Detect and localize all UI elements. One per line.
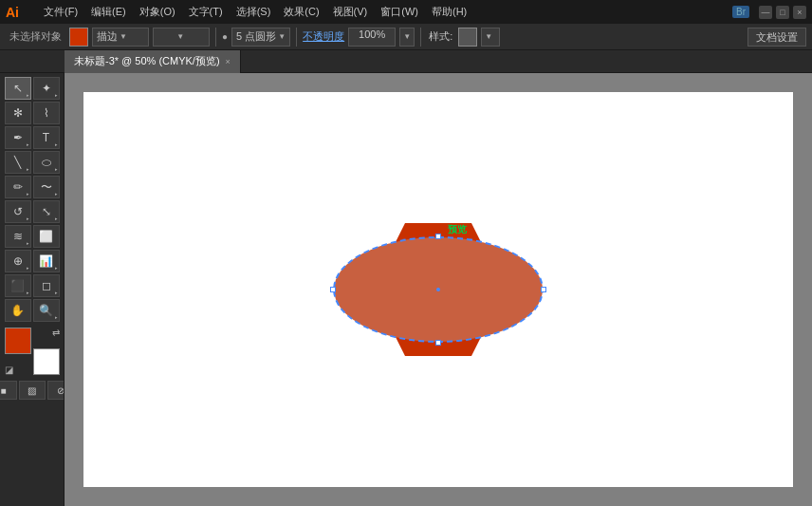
menu-edit[interactable]: 编辑(E) (85, 3, 132, 21)
shape-tool[interactable]: ⬭▸ (33, 151, 60, 174)
tool-row-2: ✻ ⌇ (5, 102, 60, 124)
window-controls: — □ × (759, 6, 806, 19)
stroke-dropdown[interactable]: 描边 ▼ (92, 28, 149, 47)
scale-tool[interactable]: ⤡▸ (33, 200, 60, 223)
reset-colors-icon[interactable]: ◪ (5, 365, 13, 375)
anchor-left (330, 287, 336, 292)
doc-settings-button[interactable]: 文档设置 (747, 28, 806, 47)
style-swatch[interactable] (458, 28, 477, 47)
tool-row-3: ✒▸ T▸ (5, 126, 60, 149)
minimize-button[interactable]: — (759, 6, 772, 19)
zoom-tool[interactable]: 🔍▸ (33, 299, 60, 322)
anchor-top (435, 234, 441, 239)
menu-window[interactable]: 窗口(W) (375, 3, 424, 21)
opacity-dropdown-arrow[interactable]: ▼ (399, 28, 415, 47)
direct-selection-tool[interactable]: ✦▸ (33, 77, 60, 100)
line-tool[interactable]: ╲▸ (5, 151, 31, 174)
tool-row-5: ✏▸ 〜▸ (5, 176, 60, 198)
opacity-input[interactable]: 100% (348, 28, 396, 47)
point-size-dropdown[interactable]: 5 点圆形 ▼ (231, 28, 290, 47)
menu-bar[interactable]: 文件(F) 编辑(E) 对象(O) 文字(T) 选择(S) 效果(C) 视图(V… (38, 3, 472, 21)
swap-colors-icon[interactable]: ⇄ (52, 328, 60, 338)
br-badge[interactable]: Br (732, 6, 749, 18)
paintbrush-tool[interactable]: ✏▸ (5, 176, 31, 198)
options-bar: 未选择对象 描边 ▼ ▼ ● 5 点圆形 ▼ 不透明度 100% ▼ 样式: ▼… (0, 24, 812, 50)
tab-close-button[interactable]: × (226, 57, 231, 66)
anchor-bottom (435, 340, 441, 346)
title-bar: Ai 文件(F) 编辑(E) 对象(O) 文字(T) 选择(S) 效果(C) 视… (0, 0, 812, 24)
magic-wand-tool[interactable]: ✻ (5, 102, 31, 124)
menu-text[interactable]: 文字(T) (183, 3, 229, 21)
tool-row-1: ↖▸ ✦▸ (5, 77, 60, 100)
bullet-icon: ● (222, 31, 228, 42)
brush-type-dropdown[interactable]: ▼ (153, 28, 210, 47)
none-button[interactable]: ⊘ (47, 381, 65, 400)
lasso-tool[interactable]: ⌇ (33, 102, 60, 124)
artwork-container: 预览 (329, 214, 547, 365)
separator-3 (420, 28, 421, 47)
canvas-area: 预览 (65, 73, 812, 506)
tool-row-6: ↺▸ ⤡▸ (5, 200, 60, 223)
tab-bar: 未标题-3* @ 50% (CMYK/预览) × (0, 50, 812, 73)
symbol-sprayer-tool[interactable]: ⊕▸ (5, 250, 31, 272)
solid-color-button[interactable]: ■ (0, 381, 17, 400)
separator-1 (215, 28, 216, 47)
fill-color-swatch[interactable] (69, 28, 88, 47)
artboard-tool[interactable]: ⬛▸ (5, 274, 31, 297)
status-label: 未选择对象 (6, 29, 65, 44)
menu-object[interactable]: 对象(O) (134, 3, 181, 21)
pen-tool[interactable]: ✒▸ (5, 126, 31, 149)
tab-title: 未标题-3* @ 50% (CMYK/预览) (74, 54, 220, 68)
menu-view[interactable]: 视图(V) (327, 3, 374, 21)
close-button[interactable]: × (793, 6, 806, 19)
document-tab[interactable]: 未标题-3* @ 50% (CMYK/预览) × (65, 50, 241, 73)
preview-label: 预览 (448, 223, 467, 236)
hand-tool[interactable]: ✋ (5, 299, 31, 322)
menu-file[interactable]: 文件(F) (38, 3, 83, 21)
color-swatch-area: ⇄ ◪ (5, 328, 60, 375)
tool-row-8: ⊕▸ 📊▸ (5, 250, 60, 272)
tool-row-4: ╲▸ ⬭▸ (5, 151, 60, 174)
center-point (436, 288, 440, 291)
app-logo: Ai (6, 5, 32, 20)
main-layout: ↖▸ ✦▸ ✻ ⌇ ✒▸ T▸ ╲▸ ⬭▸ ✏▸ 〜▸ ↺▸ ⤡▸ ≋▸ ⬜ ⊕… (0, 73, 812, 506)
menu-select[interactable]: 选择(S) (231, 3, 277, 21)
style-dropdown[interactable]: ▼ (481, 28, 500, 47)
gradient-button[interactable]: ▨ (19, 381, 46, 400)
foreground-color-swatch[interactable] (5, 328, 31, 354)
style-label: 样式: (427, 29, 454, 44)
column-graph-tool[interactable]: 📊▸ (33, 250, 60, 272)
menu-help[interactable]: 帮助(H) (426, 3, 472, 21)
maximize-button[interactable]: □ (776, 6, 789, 19)
free-transform-tool[interactable]: ⬜ (33, 225, 60, 248)
opacity-label[interactable]: 不透明度 (303, 29, 344, 44)
warp-tool[interactable]: ≋▸ (5, 225, 31, 248)
text-tool[interactable]: T▸ (33, 126, 60, 149)
shape-group: 预览 (329, 214, 547, 365)
tool-row-10: ✋ 🔍▸ (5, 299, 60, 322)
menu-effect[interactable]: 效果(C) (278, 3, 324, 21)
tool-row-7: ≋▸ ⬜ (5, 225, 60, 248)
separator-2 (296, 28, 297, 47)
anchor-right (541, 287, 546, 292)
canvas-paper: 预览 (83, 92, 793, 487)
color-mode-row: ■ ▨ ⊘ (0, 381, 65, 400)
tool-row-9: ⬛▸ ◻▸ (5, 274, 60, 297)
toolbar: ↖▸ ✦▸ ✻ ⌇ ✒▸ T▸ ╲▸ ⬭▸ ✏▸ 〜▸ ↺▸ ⤡▸ ≋▸ ⬜ ⊕… (0, 73, 65, 506)
background-color-swatch[interactable] (33, 348, 60, 375)
selection-tool[interactable]: ↖▸ (5, 77, 31, 100)
slice-tool[interactable]: ◻▸ (33, 274, 60, 297)
rotate-tool[interactable]: ↺▸ (5, 200, 31, 223)
pencil-tool[interactable]: 〜▸ (33, 176, 60, 198)
